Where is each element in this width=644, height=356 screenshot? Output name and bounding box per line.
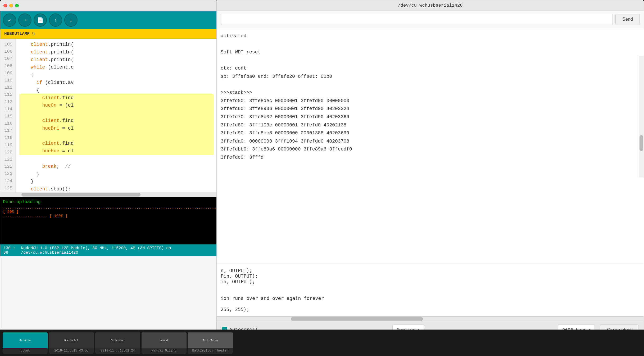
window-titlebar	[0, 0, 217, 11]
right-code-line	[221, 284, 640, 290]
console-status: Done uploading.	[3, 199, 214, 204]
upload-button[interactable]: →	[18, 13, 31, 27]
maximize-button[interactable]	[15, 4, 19, 7]
taskbar-item-label: Manual Gizing	[151, 348, 177, 353]
send-button[interactable]: Send	[615, 14, 640, 25]
output-line: 3ffefd80: 3fff103c 00000001 3ffefd0 4020…	[221, 121, 640, 129]
bottom-h-scrollbar[interactable]	[217, 316, 644, 321]
output-line: Soft WDT reset	[221, 48, 640, 56]
status-bar: 130 : 88 NodeMCU 1.0 (ESP-12E Module), 8…	[0, 244, 217, 256]
code-content[interactable]: client.println( client.println( client.p…	[16, 39, 217, 192]
line-numbers: 105106107108109 110111112113114 11511611…	[0, 39, 16, 192]
serial-monitor-window: /dev/cu.wchusbserial1420 Send activated …	[216, 0, 644, 339]
taskbar-item-screenshot1[interactable]: Screenshot 2018-11...15.43.55	[49, 332, 94, 354]
open-button[interactable]: ↑	[49, 13, 62, 27]
taskbar-item-manual[interactable]: Manual Manual Gizing	[142, 332, 187, 354]
output-line: >>>stack>>>	[221, 89, 640, 97]
taskbar-thumbnail: Screenshot	[49, 332, 94, 348]
h-scrollbar[interactable]	[0, 192, 217, 197]
arduino-toolbar: ✓ → 📄 ↑ ↓	[0, 11, 217, 29]
output-line: 3ffefd60: 3ffe8936 00000001 3ffefd90 402…	[221, 105, 640, 113]
output-line: 3ffefdc0: 3fffd	[221, 153, 640, 162]
output-line	[221, 81, 640, 89]
file-tab[interactable]: HUEKUTLAMP §	[0, 29, 217, 39]
code-area[interactable]: 105106107108109 110111112113114 11511611…	[0, 39, 217, 192]
taskbar-item-label: 2018-11...15.43.55	[54, 348, 89, 353]
right-code-line: Pin, OUTPUT);	[221, 273, 640, 279]
output-line: 3ffefd90: 3ffe8cc8 00000000 00001388 402…	[221, 129, 640, 137]
serial-title: /dev/cu.wchusbserial1420	[398, 3, 463, 8]
code-line	[19, 155, 214, 163]
board-info: NodeMCU 1.0 (ESP-12E Module), 80 MHz, 11…	[21, 246, 214, 255]
taskbar: Arduino utkut Screenshot 2018-11...15.43…	[0, 330, 644, 356]
serial-scrollbar[interactable]	[639, 56, 644, 177]
right-code-panel: n, OUTPUT); Pin, OUTPUT); in, OUTPUT); i…	[217, 263, 644, 316]
code-line: client.find	[19, 94, 214, 102]
right-code-line: 255, 255);	[221, 307, 640, 312]
taskbar-item-screenshot2[interactable]: Screenshot 2018-11...13.02.24	[95, 332, 140, 354]
taskbar-thumbnail: BattleBlock	[188, 332, 233, 348]
output-line: activated	[221, 32, 640, 40]
output-line: 3ffefdbb0: 3ffe89a6 00000000 3ffe89a6 3f…	[221, 145, 640, 153]
save-button[interactable]: ↓	[64, 13, 78, 27]
cursor-position: 130 : 88	[3, 246, 21, 255]
output-line	[221, 40, 640, 48]
code-line: }	[19, 178, 214, 185]
taskbar-item-label: BattleBlock Theater	[192, 348, 229, 353]
output-line	[221, 56, 640, 65]
right-code-line	[221, 290, 640, 295]
code-line: if (client.av	[19, 79, 214, 86]
output-line: ctx: cont	[221, 64, 640, 72]
serial-output: activated Soft WDT reset ctx: cont sp: 3…	[217, 28, 644, 263]
taskbar-item-label: utkut	[20, 348, 30, 353]
code-line: client.stop();	[19, 185, 214, 192]
console-progress-1: ........................................…	[3, 206, 214, 214]
code-line: {	[19, 86, 214, 94]
code-line: }	[19, 170, 214, 178]
close-button[interactable]	[3, 4, 7, 7]
output-line: 3ffefda0: 00000000 3fff1094 3ffefdd0 402…	[221, 137, 640, 145]
code-line: {	[19, 71, 214, 79]
code-line: client.println(	[19, 48, 214, 56]
taskbar-thumbnail: Manual	[142, 332, 187, 348]
right-code-line: in, OUTPUT);	[221, 279, 640, 284]
code-line: client.println(	[19, 41, 214, 48]
verify-button[interactable]: ✓	[3, 13, 16, 27]
output-line: 3ffefd70: 3ffe8b02 00000001 3ffefd90 402…	[221, 113, 640, 121]
arduino-ide-window: ✓ → 📄 ↑ ↓ HUEKUTLAMP § 105106107108109 1…	[0, 0, 217, 344]
code-line: hueBri = cl	[19, 125, 214, 132]
minimize-button[interactable]	[9, 4, 13, 7]
code-line: while (client.c	[19, 63, 214, 71]
serial-input-row: Send	[217, 11, 644, 28]
code-line: hueHue = cl	[19, 147, 214, 155]
console-area: Done uploading. ........................…	[0, 197, 217, 244]
new-button[interactable]: 📄	[34, 13, 47, 27]
taskbar-thumbnail: Arduino	[3, 332, 48, 348]
code-line: client.println(	[19, 56, 214, 64]
scrollbar-thumb	[640, 135, 643, 151]
code-line: break; //	[19, 163, 214, 170]
right-code-line: n, OUTPUT);	[221, 268, 640, 273]
right-code-line	[221, 301, 640, 307]
taskbar-thumbnail: Screenshot	[95, 332, 140, 348]
taskbar-item-label: 2018-11...13.02.24	[100, 348, 135, 353]
output-line: 3ffefd50: 3ffe8dec 00000001 3ffefd90 000…	[221, 97, 640, 105]
code-line	[19, 132, 214, 140]
output-line: sp: 3ffefba0 end: 3ffefe20 offset: 01b0	[221, 72, 640, 81]
code-line: client.find	[19, 117, 214, 125]
serial-titlebar: /dev/cu.wchusbserial1420	[217, 0, 644, 11]
code-line	[19, 109, 214, 117]
code-line: hueOn = (cl	[19, 102, 214, 109]
taskbar-item-utkut[interactable]: Arduino utkut	[3, 332, 48, 354]
right-code-line: ion runs over and over again forever	[221, 295, 640, 301]
serial-input[interactable]	[221, 14, 613, 25]
console-progress-2: .................... [ 100% ]	[3, 214, 214, 218]
taskbar-item-battleblock[interactable]: BattleBlock BattleBlock Theater	[188, 332, 233, 354]
code-line: client.find	[19, 140, 214, 147]
